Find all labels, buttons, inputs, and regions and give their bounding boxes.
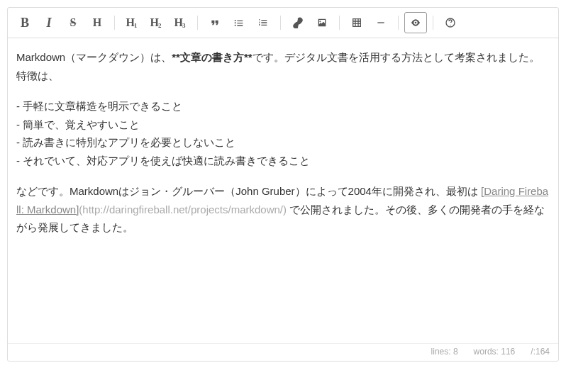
- bold-button[interactable]: B: [13, 12, 36, 33]
- h1-button[interactable]: H1: [121, 12, 143, 33]
- link-button[interactable]: [287, 12, 309, 33]
- minus-icon: [375, 17, 387, 28]
- list-item: - 手軽に文章構造を明示できること: [16, 97, 550, 116]
- quote-icon: [209, 17, 221, 28]
- table-button[interactable]: [345, 12, 368, 33]
- help-button[interactable]: [439, 12, 462, 33]
- list-block: - 手軽に文章構造を明示できること - 簡単で、覚えやすいこと - 読み書きに特…: [16, 97, 550, 169]
- list-item: - 読み書きに特別なアプリを必要としないこと: [16, 133, 550, 152]
- paragraph: などです。Markdownはジョン・グルーバー（John Gruber）によって…: [16, 182, 550, 237]
- table-icon: [351, 17, 362, 28]
- preview-button[interactable]: [404, 12, 427, 33]
- separator: [433, 16, 433, 30]
- separator: [197, 16, 198, 30]
- separator: [114, 16, 115, 30]
- bold-text: **文章の書き方**: [172, 51, 252, 63]
- image-icon: [316, 17, 328, 28]
- h3-button[interactable]: H3: [169, 12, 192, 33]
- help-icon: [445, 17, 456, 28]
- paragraph: Markdown（マークダウン）は、**文章の書き方**です。デジタル文書を活用…: [16, 48, 550, 84]
- editor-content[interactable]: Markdown（マークダウン）は、**文章の書き方**です。デジタル文書を活用…: [8, 38, 558, 343]
- image-button[interactable]: [311, 12, 333, 33]
- ordered-list-button[interactable]: [252, 12, 274, 33]
- unordered-list-button[interactable]: [228, 12, 250, 33]
- list-ol-icon: [257, 17, 269, 28]
- heading-button[interactable]: H: [86, 12, 109, 33]
- text: Markdown（マークダウン）は、: [16, 51, 172, 63]
- toolbar: B I S H H1 H2 H3: [8, 8, 558, 38]
- italic-button[interactable]: I: [38, 12, 60, 33]
- separator: [280, 16, 281, 30]
- words-count: words: 116: [474, 347, 516, 357]
- chars-count: /:164: [531, 347, 550, 357]
- quote-button[interactable]: [204, 12, 226, 33]
- h2-button[interactable]: H2: [145, 12, 167, 33]
- link-icon: [292, 17, 304, 28]
- lines-count: lines: 8: [431, 347, 458, 357]
- separator: [398, 16, 399, 30]
- list-item: - それでいて、対応アプリを使えば快適に読み書きできること: [16, 152, 550, 170]
- separator: [339, 16, 340, 30]
- text: などです。Markdownはジョン・グルーバー（John Gruber）によって…: [16, 185, 481, 197]
- status-bar: lines: 8 words: 116 /:164: [8, 343, 558, 361]
- strikethrough-button[interactable]: S: [62, 12, 84, 33]
- link-url: (http://daringfireball.net/projects/mark…: [79, 203, 287, 215]
- list-ul-icon: [233, 17, 245, 28]
- eye-icon: [410, 17, 421, 28]
- list-item: - 簡単で、覚えやすいこと: [16, 116, 550, 134]
- hr-button[interactable]: [370, 12, 392, 33]
- markdown-editor: B I S H H1 H2 H3: [7, 7, 559, 362]
